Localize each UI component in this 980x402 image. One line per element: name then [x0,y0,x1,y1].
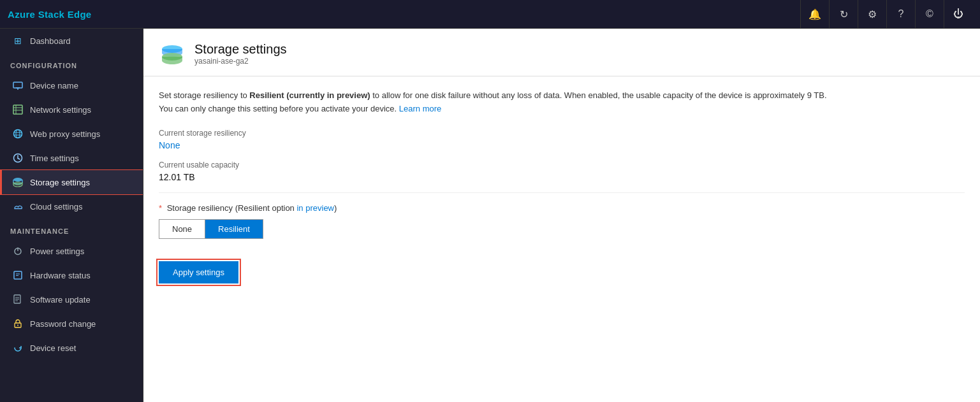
dashboard-icon: ⊞ [12,35,24,47]
current-capacity-value: 12.01 TB [159,172,965,182]
settings-icon[interactable]: ⚙ [858,0,886,29]
config-section-label: CONFIGURATION [0,53,143,73]
sidebar-item-label: Storage settings [30,178,90,187]
sidebar-item-label: Time settings [30,154,79,163]
sidebar-item-hardware-status[interactable]: Hardware status [0,263,143,287]
sidebar-item-label: Device reset [30,343,76,353]
info-text-post: to allow for one disk failure without an… [370,90,827,100]
sidebar-item-web-proxy-settings[interactable]: Web proxy settings [0,122,143,146]
brand-title: Azure Stack Edge [8,9,92,20]
sidebar-item-power-settings[interactable]: Power settings [0,239,143,263]
resiliency-field-label: * Storage resiliency (Resilient option i… [159,203,965,213]
divider [159,192,965,193]
network-settings-icon [12,104,24,115]
svg-line-13 [18,159,20,160]
page-title: Storage settings [194,42,287,57]
current-resiliency-label: Current storage resiliency [159,129,965,138]
main-layout: ⊞ Dashboard CONFIGURATION Device name Ne… [0,29,980,402]
sidebar-item-label: Password change [30,319,96,329]
sidebar-item-label: Power settings [30,247,84,256]
topbar-actions: 🔔 ↻ ⚙ ? © ⏻ [800,0,972,29]
page-header: Storage settings yasaini-ase-ga2 [143,29,980,76]
svg-point-14 [13,178,22,182]
svg-point-26 [17,325,18,326]
apply-settings-button[interactable]: Apply settings [159,261,238,284]
sidebar-item-device-name[interactable]: Device name [0,73,143,97]
device-reset-icon [12,342,24,354]
password-change-icon [12,318,24,329]
sidebar-item-label: Dashboard [30,36,71,46]
required-marker: * [159,203,162,213]
topbar: Azure Stack Edge 🔔 ↻ ⚙ ? © ⏻ [0,0,980,29]
sidebar-item-label: Web proxy settings [30,129,100,139]
bell-icon[interactable]: 🔔 [800,0,829,29]
page-icon [159,40,186,67]
info-text-line2: You can only change this setting before … [159,104,399,113]
learn-more-link[interactable]: Learn more [399,104,441,113]
resiliency-label-text-post: ) [334,203,337,213]
svg-rect-0 [13,82,22,88]
info-description: Set storage resiliency to Resilient (cur… [159,89,924,116]
power-settings-icon [12,245,24,257]
info-text-bold: Resilient (currently in preview) [249,90,370,100]
sidebar-item-label: Network settings [30,105,91,115]
maintenance-section-label: MAINTENANCE [0,219,143,239]
resiliency-toggle-group: None Resilient [159,219,263,239]
refresh-icon[interactable]: ↻ [829,0,858,29]
info-text-pre: Set storage resiliency to [159,90,249,100]
sidebar: ⊞ Dashboard CONFIGURATION Device name Ne… [0,29,143,402]
svg-rect-3 [13,105,22,114]
help-icon[interactable]: ? [886,0,915,29]
sidebar-item-storage-settings[interactable]: Storage settings [0,170,143,194]
web-proxy-icon [12,128,24,140]
content-body: Set storage resiliency to Resilient (cur… [143,76,980,296]
page-subtitle: yasaini-ase-ga2 [194,57,287,66]
svg-point-15 [13,182,22,185]
sidebar-item-dashboard[interactable]: ⊞ Dashboard [0,29,143,53]
current-capacity-group: Current usable capacity 12.01 TB [159,161,965,182]
power-icon[interactable]: ⏻ [944,0,972,29]
toggle-none-button[interactable]: None [159,220,205,238]
cloud-settings-icon [12,201,24,212]
time-settings-icon [12,152,24,164]
current-resiliency-group: Current storage resiliency None [159,129,965,150]
in-preview-text: in preview [296,203,334,213]
current-resiliency-value: None [159,140,965,150]
main-content: Storage settings yasaini-ase-ga2 Set sto… [143,29,980,402]
svg-point-7 [14,130,22,138]
toggle-resilient-button[interactable]: Resilient [205,220,263,238]
software-update-icon [12,294,24,305]
current-capacity-label: Current usable capacity [159,161,965,169]
sidebar-item-cloud-settings[interactable]: Cloud settings [0,194,143,219]
page-title-group: Storage settings yasaini-ase-ga2 [194,42,287,66]
sidebar-item-time-settings[interactable]: Time settings [0,146,143,170]
copyright-icon[interactable]: © [915,0,944,29]
sidebar-item-label: Hardware status [30,271,91,280]
sidebar-item-device-reset[interactable]: Device reset [0,336,143,360]
sidebar-item-software-update[interactable]: Software update [0,287,143,312]
sidebar-item-network-settings[interactable]: Network settings [0,97,143,122]
sidebar-item-label: Cloud settings [30,202,82,212]
svg-point-8 [16,130,20,138]
storage-settings-icon [12,176,24,188]
sidebar-item-password-change[interactable]: Password change [0,312,143,336]
hardware-status-icon [12,269,24,281]
sidebar-item-label: Device name [30,81,78,90]
sidebar-item-label: Software update [30,295,91,305]
device-name-icon [12,80,24,91]
resiliency-label-text-pre: Storage resiliency (Resilient option [167,203,297,213]
